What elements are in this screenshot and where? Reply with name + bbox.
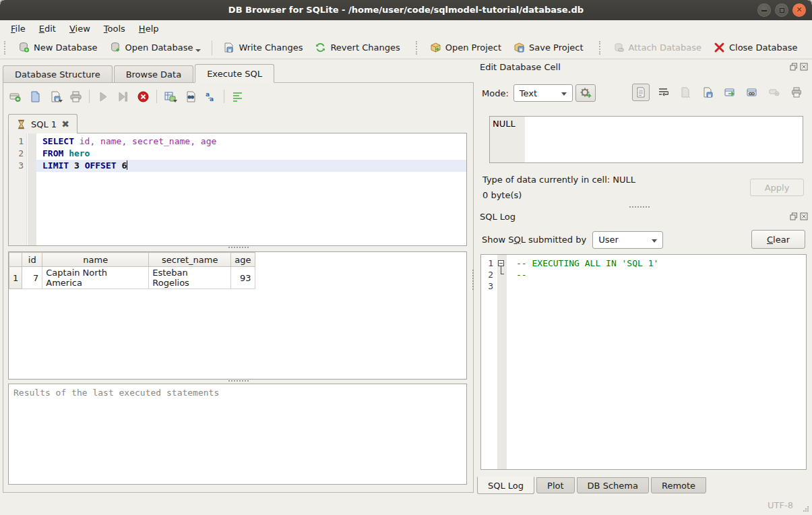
close-dock-icon[interactable]: [800, 63, 808, 71]
table-cell[interactable]: Esteban Rogelios: [149, 267, 231, 289]
save-project-button[interactable]: Save Project: [507, 39, 590, 56]
fold-collapse-icon[interactable]: [498, 260, 504, 266]
save-sql-file-icon[interactable]: [49, 90, 62, 103]
close-database-button[interactable]: Close Database: [708, 39, 804, 56]
sql-line: SELECT id, name, secret_name, age: [36, 135, 466, 148]
cell-editor-toolbar: [632, 84, 805, 101]
results-table-body: 17Captain North AmericaEsteban Rogelios9…: [9, 267, 255, 289]
bottom-tab-remote[interactable]: Remote: [651, 477, 706, 493]
save-sql-dropdown-caret[interactable]: [59, 100, 63, 102]
float-dock-icon[interactable]: [790, 63, 798, 71]
stop-icon[interactable]: [137, 90, 150, 103]
text-cursor: [127, 160, 127, 170]
maximize-button[interactable]: [775, 3, 788, 17]
close-button[interactable]: ✕: [792, 3, 806, 17]
cell-value-editor[interactable]: NULL: [489, 116, 803, 163]
toolbar-drag-handle[interactable]: [599, 41, 604, 55]
open-database-icon: [110, 42, 121, 53]
results-message-pane[interactable]: Results of the last executed statements: [8, 384, 467, 485]
tab-browse-data[interactable]: Browse Data: [114, 65, 194, 82]
word-wrap-icon[interactable]: [231, 90, 244, 103]
apply-button[interactable]: Apply: [750, 179, 804, 196]
print-icon[interactable]: [788, 84, 805, 101]
main-toolbar: New Database Open Database Write Changes…: [0, 36, 812, 59]
column-header-name[interactable]: name: [42, 253, 149, 267]
new-database-button[interactable]: New Database: [12, 39, 104, 56]
column-header-secret_name[interactable]: secret_name: [149, 253, 231, 267]
bottom-tab-plot[interactable]: Plot: [536, 477, 575, 493]
format-sql-icon[interactable]: aa: [204, 90, 217, 103]
revert-changes-button[interactable]: Revert Changes: [309, 39, 406, 56]
table-cell[interactable]: Captain North America: [42, 267, 149, 289]
splitter-handle[interactable]: [228, 247, 249, 250]
sql-log-filter-combobox[interactable]: User: [592, 231, 663, 249]
bottom-tab-sql-log[interactable]: SQL Log: [477, 477, 534, 494]
save-results-dropdown-caret[interactable]: [173, 100, 177, 102]
bottom-tab-db-schema[interactable]: DB Schema: [577, 477, 649, 493]
gear-icon: [580, 87, 592, 99]
mode-combobox[interactable]: Text: [513, 84, 573, 102]
line-number: 2: [9, 148, 24, 160]
toolbar-separator: [89, 90, 90, 103]
set-null-icon[interactable]: [766, 84, 783, 101]
resize-grip[interactable]: [803, 506, 809, 512]
menu-help[interactable]: Help: [132, 22, 166, 36]
open-project-button[interactable]: Open Project: [424, 39, 507, 56]
toolbar-drag-handle[interactable]: [416, 41, 420, 55]
open-database-dropdown-caret[interactable]: [195, 49, 201, 52]
minimize-button[interactable]: [757, 3, 771, 17]
attach-database-button[interactable]: Attach Database: [607, 39, 708, 56]
log-line: [507, 280, 806, 292]
clear-log-button[interactable]: Clear: [751, 230, 805, 249]
tab-database-structure[interactable]: Database Structure: [3, 65, 113, 82]
log-line: -- EXECUTING ALL IN 'SQL 1': [507, 258, 806, 269]
open-in-external-icon[interactable]: [721, 84, 739, 101]
open-tab-icon[interactable]: [9, 90, 22, 103]
table-cell[interactable]: 7: [22, 267, 42, 289]
attach-database-icon: [613, 42, 625, 53]
execute-all-icon[interactable]: [96, 90, 109, 103]
copy-link-icon[interactable]: [743, 84, 761, 101]
open-sql-file-icon[interactable]: [29, 90, 42, 103]
text-mode-icon[interactable]: [632, 84, 650, 101]
save-results-icon[interactable]: [164, 90, 177, 103]
execute-line-icon[interactable]: [117, 90, 129, 103]
export-to-file-icon[interactable]: [699, 84, 716, 101]
menu-view[interactable]: View: [63, 22, 97, 36]
toolbar-drag-handle[interactable]: [4, 41, 9, 55]
sql-log-filter-value: User: [598, 235, 619, 245]
auto-switch-mode-button[interactable]: [575, 84, 596, 102]
table-row[interactable]: 17Captain North AmericaEsteban Rogelios9…: [9, 267, 255, 289]
print-icon[interactable]: [69, 90, 82, 103]
table-cell[interactable]: 93: [231, 267, 255, 289]
sql-line: LIMIT 3 OFFSET 6: [36, 160, 466, 172]
right-dock-area: Edit Database Cell Mode: Text: [474, 59, 812, 494]
toolbar-label: Open Project: [445, 42, 501, 53]
column-header-id[interactable]: id: [22, 253, 42, 267]
write-changes-button[interactable]: Write Changes: [217, 39, 309, 56]
sql-editor[interactable]: 123 SELECT id, name, secret_name, ageFRO…: [8, 133, 467, 246]
dock-splitter-handle[interactable]: [629, 206, 650, 210]
import-from-file-icon[interactable]: [677, 84, 694, 101]
word-wrap-icon[interactable]: [654, 84, 672, 101]
results-table: idnamesecret_nameage 17Captain North Ame…: [9, 252, 255, 289]
app-window: DB Browser for SQLite - /home/user/code/…: [0, 0, 812, 515]
find-replace-icon[interactable]: [184, 90, 197, 103]
menu-file[interactable]: File: [4, 22, 32, 36]
menu-tools[interactable]: Tools: [97, 22, 132, 36]
float-dock-icon[interactable]: [790, 212, 798, 220]
column-header-age[interactable]: age: [231, 253, 255, 267]
window-title: DB Browser for SQLite - /home/user/code/…: [0, 0, 812, 20]
open-database-button[interactable]: Open Database: [104, 39, 208, 56]
toolbar-label: Revert Changes: [330, 42, 400, 53]
toolbar-label: Open Database: [125, 42, 193, 53]
tab-execute-sql[interactable]: Execute SQL: [195, 64, 274, 83]
sql-document-tab[interactable]: SQL 1 ✖: [8, 114, 77, 133]
menu-edit[interactable]: Edit: [32, 22, 63, 36]
close-dock-icon[interactable]: [800, 212, 808, 220]
sql-log-editor[interactable]: 123 -- EXECUTING ALL IN 'SQL 1'--: [480, 254, 807, 470]
sql-log-title: SQL Log: [480, 212, 516, 222]
cell-value: NULL: [493, 119, 516, 129]
close-tab-icon[interactable]: ✖: [61, 119, 69, 129]
row-number-cell[interactable]: 1: [9, 267, 22, 289]
